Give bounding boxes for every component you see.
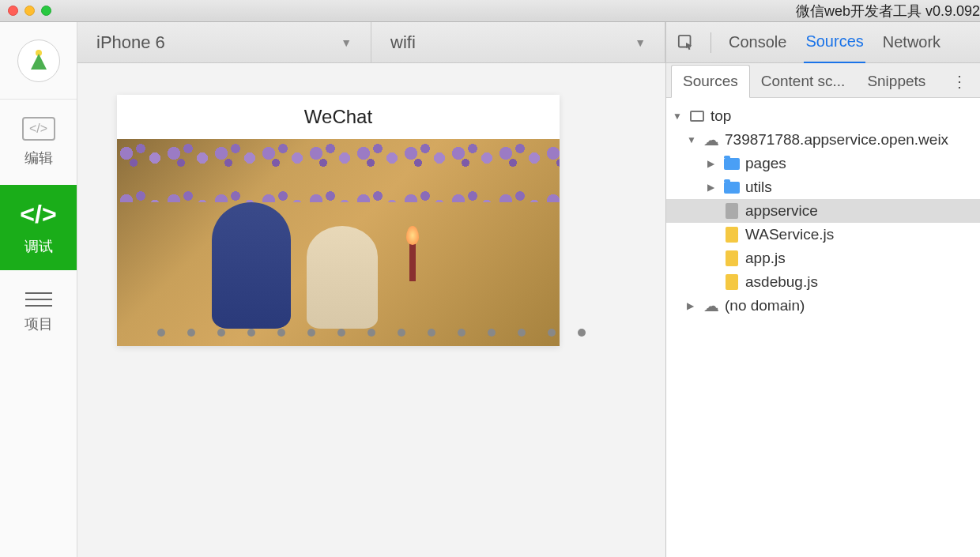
tree-label: utils [745,179,772,196]
app-icon[interactable] [17,40,60,82]
tab-console[interactable]: Console [727,22,788,62]
close-window-button[interactable] [8,6,18,16]
app-header-title: WeChat [117,95,560,139]
sidebar-project-label: 项目 [24,314,53,333]
tab-sources[interactable]: Sources [804,21,865,64]
sidebar-debug-label: 调试 [24,237,53,256]
subtab-content-scripts[interactable]: Content sc... [750,66,857,97]
tree-node-file-appjs[interactable]: app.js [666,247,980,270]
carousel-dot[interactable] [488,329,496,337]
window-title: 微信web开发者工具 v0.9.092 [796,2,980,21]
tree-toggle-icon[interactable]: ▼ [673,111,684,122]
folder-icon [723,180,741,194]
carousel-dot[interactable] [307,329,315,337]
frame-icon [688,109,706,123]
tree-label: pages [745,155,786,172]
main-layout: </> 编辑 </> 调试 项目 iPhone 6 ▼ wifi ▼ WeCha… [0,22,980,557]
tree-node-nodomain[interactable]: ▶ ☁ (no domain) [666,294,980,318]
devtools-panel: Console Sources Network Sources Content … [665,22,980,557]
network-selector[interactable]: wifi ▼ [371,22,665,62]
tree-node-folder-utils[interactable]: ▶ utils [666,175,980,199]
tree-label: 739871788.appservice.open.weix [725,131,948,149]
tree-label: app.js [745,250,786,267]
devtools-tabs: Console Sources Network [666,22,980,63]
tree-node-top[interactable]: ▼ top [666,104,980,128]
carousel-dot[interactable] [458,329,466,337]
sidebar: </> 编辑 </> 调试 项目 [0,22,77,557]
tree-label: top [710,107,731,125]
preview-toolbar: iPhone 6 ▼ wifi ▼ [77,22,665,63]
tree-label: (no domain) [725,297,805,314]
tab-network[interactable]: Network [881,22,942,62]
tree-toggle-icon[interactable]: ▶ [707,182,718,193]
tree-logo-icon [25,47,52,74]
hamburger-icon [25,292,52,307]
file-tree: ▼ top ▼ ☁ 739871788.appservice.open.weix… [666,98,980,557]
tree-node-domain[interactable]: ▼ ☁ 739871788.appservice.open.weix [666,128,980,152]
code-icon: </> [22,117,55,141]
carousel-dot[interactable] [518,329,526,337]
carousel-dot[interactable] [187,329,195,337]
sidebar-item-edit[interactable]: </> 编辑 [0,100,77,185]
carousel-dot[interactable] [428,329,435,337]
folder-icon [723,156,741,171]
debug-icon: </> [20,200,56,229]
cloud-icon: ☁ [703,133,720,147]
element-inspector-icon[interactable] [677,34,695,51]
maximize-window-button[interactable] [41,6,51,16]
tree-toggle-icon[interactable]: ▶ [687,300,698,311]
candle-flame [406,226,419,245]
tree-toggle-icon[interactable]: ▼ [687,134,698,145]
tree-node-folder-pages[interactable]: ▶ pages [666,152,980,175]
carousel-dot[interactable] [368,329,375,337]
chevron-down-icon: ▼ [635,36,646,49]
sidebar-item-project[interactable]: 项目 [0,270,77,356]
sidebar-item-debug[interactable]: </> 调试 [0,185,77,270]
subtab-snippets[interactable]: Snippets [856,66,937,97]
window-controls [8,6,51,16]
file-icon [723,204,741,218]
js-file-icon [723,228,741,242]
carousel-image[interactable] [117,139,560,346]
app-icon-container [0,22,77,100]
carousel-dot[interactable] [217,329,225,337]
tree-node-file-waservice[interactable]: WAService.js [666,223,980,247]
network-selector-value: wifi [390,32,416,53]
painted-figure-left [212,202,291,329]
sources-subtabs: Sources Content sc... Snippets ⋮ [666,63,980,98]
carousel-dot[interactable] [337,329,345,337]
minimize-window-button[interactable] [24,6,35,16]
wisteria-decoration [117,139,560,202]
carousel-dot[interactable] [398,329,405,337]
divider [710,32,711,53]
candle [409,242,416,281]
carousel-dots [117,329,626,337]
cloud-icon: ☁ [703,299,720,313]
subtab-sources[interactable]: Sources [671,65,750,98]
js-file-icon [723,275,741,289]
carousel-dot[interactable] [247,329,255,337]
carousel-dot[interactable] [548,329,556,337]
carousel-dot[interactable] [157,329,165,337]
titlebar: 微信web开发者工具 v0.9.092 [0,0,980,22]
painted-figure-right [307,226,378,329]
device-preview: WeChat [77,63,665,557]
tree-label: WAService.js [745,226,834,243]
device-frame: WeChat [117,95,560,346]
more-options-icon[interactable]: ⋮ [944,66,975,97]
tree-label: asdebug.js [745,273,818,291]
device-selector[interactable]: iPhone 6 ▼ [77,22,371,62]
tree-node-file-asdebug[interactable]: asdebug.js [666,270,980,294]
tree-node-file-appservice[interactable]: appservice [666,199,980,223]
tree-label: appservice [745,202,818,220]
sidebar-edit-label: 编辑 [24,149,53,167]
js-file-icon [723,251,741,265]
center-pane: iPhone 6 ▼ wifi ▼ WeChat [77,22,665,557]
carousel-dot[interactable] [578,329,586,337]
device-selector-value: iPhone 6 [96,32,165,53]
chevron-down-icon: ▼ [341,36,352,49]
tree-toggle-icon[interactable]: ▶ [707,158,718,169]
carousel-dot[interactable] [277,329,285,337]
